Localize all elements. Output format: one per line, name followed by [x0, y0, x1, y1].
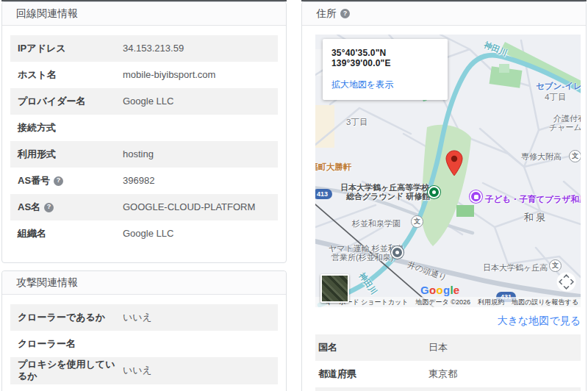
info-row: 国名日本 [315, 334, 581, 361]
row-label: プロキシを使用しているか [18, 359, 123, 383]
row-label: AS番号? [18, 175, 123, 187]
attribution-text: 地図データ ©2026 [415, 298, 470, 307]
address-panel: 住所 ? [301, 1, 587, 391]
map-attribution: キーボード ショートカット地図データ ©2026利用規約地図の誤りを報告する [315, 297, 581, 307]
row-label: 接続方式 [18, 122, 123, 134]
info-row: IPアドレス34.153.213.59 [10, 35, 278, 62]
row-label: クローラー名 [18, 338, 123, 350]
view-larger-map-link[interactable]: 大きな地図で見る [315, 307, 581, 334]
attribution-link[interactable]: 利用規約 [478, 298, 504, 307]
info-row: クローラー名 [10, 331, 278, 357]
row-label: 利用形式 [18, 148, 123, 160]
row-value: hosting [123, 148, 154, 160]
school-icon: 文 [411, 215, 423, 228]
school-icon: 文 [569, 150, 581, 162]
address-title: 住所 [316, 2, 337, 25]
info-row: 組織名Google LLC [10, 220, 278, 247]
community-poi-icon [470, 190, 482, 203]
ip-info-page: 回線関連情報 IPアドレス34.153.213.59ホスト名mobile-biy… [0, 0, 588, 391]
row-label: 国名 [318, 342, 429, 354]
info-row: クローラーであるかいいえ [10, 304, 278, 331]
info-row: 都道府県東京都 [315, 361, 581, 387]
pan-control-button[interactable] [556, 272, 576, 295]
row-label: 都道府県 [318, 368, 429, 380]
row-label: プロバイダー名 [18, 96, 123, 107]
row-value: 34.153.213.59 [123, 43, 184, 54]
line-info-panel: 回線関連情報 IPアドレス34.153.213.59ホスト名mobile-biy… [1, 1, 287, 263]
map-info-card: 35°40'35.0"N 139°39'00.0"E 拡大地図を表示 [323, 39, 448, 100]
address-header: 住所 ? [302, 2, 586, 26]
line-info-title: 回線関連情報 [16, 2, 78, 25]
row-value: 東京都 [429, 368, 457, 380]
route-badge: 413 [315, 189, 332, 199]
info-row: プロバイダー名Google LLC [10, 88, 278, 115]
line-info-header: 回線関連情報 [2, 2, 286, 26]
satellite-view-toggle[interactable] [320, 274, 349, 303]
line-info-table: IPアドレス34.153.213.59ホスト名mobile-biyibsport… [2, 26, 286, 262]
row-value: Google LLC [123, 96, 173, 107]
row-value: Google LLC [123, 228, 173, 240]
attack-info-header: 攻撃関連情報 [2, 271, 286, 295]
google-logo[interactable]: Google [420, 284, 460, 296]
row-value: いいえ [123, 365, 152, 376]
row-label: クローラーであるか [18, 312, 123, 323]
google-map-embed[interactable]: 35°40'35.0"N 139°39'00.0"E 拡大地図を表示 [315, 35, 581, 307]
attack-info-title: 攻撃関連情報 [16, 271, 78, 294]
info-row: AS番号?396982 [10, 168, 278, 194]
address-body: 35°40'35.0"N 139°39'00.0"E 拡大地図を表示 [302, 26, 586, 391]
help-icon[interactable]: ? [340, 9, 350, 18]
row-value: いいえ [123, 312, 152, 323]
row-value: 日本 [429, 342, 448, 354]
school-icon: 文 [549, 259, 562, 272]
info-row: 接続方式 [10, 115, 278, 141]
row-value: mobile-biyibsport.com [123, 69, 215, 81]
expand-map-link[interactable]: 拡大地図を表示 [331, 79, 440, 91]
help-icon[interactable]: ? [44, 203, 54, 212]
row-value: 396982 [123, 175, 154, 187]
attack-info-panel: 攻撃関連情報 クローラーであるかいいえクローラー名プロキシを使用しているかいいえ [1, 270, 287, 391]
coordinates-text: 35°40'35.0"N 139°39'00.0"E [331, 48, 440, 68]
row-value: GOOGLE-CLOUD-PLATFORM [123, 201, 255, 213]
info-row: 利用形式hosting [10, 141, 278, 168]
info-row: プロキシを使用しているかいいえ [10, 357, 278, 384]
map-pin-marker[interactable] [445, 150, 463, 179]
info-row: AS名?GOOGLE-CLOUD-PLATFORM [10, 194, 278, 220]
park-poi-icon [428, 186, 440, 198]
info-row: ホスト名mobile-biyibsport.com [10, 62, 278, 88]
attribution-link[interactable]: 地図の誤りを報告する [512, 298, 578, 307]
info-row [315, 387, 581, 391]
row-label: ホスト名 [18, 69, 123, 81]
address-table: 国名日本都道府県東京都 [315, 334, 581, 391]
business-poi-icon [391, 246, 404, 259]
help-icon[interactable]: ? [54, 176, 63, 186]
row-label: AS名? [18, 201, 123, 213]
attack-info-table: クローラーであるかいいえクローラー名プロキシを使用しているかいいえ [2, 295, 286, 391]
row-label: 組織名 [18, 228, 123, 240]
row-label: IPアドレス [18, 43, 123, 54]
